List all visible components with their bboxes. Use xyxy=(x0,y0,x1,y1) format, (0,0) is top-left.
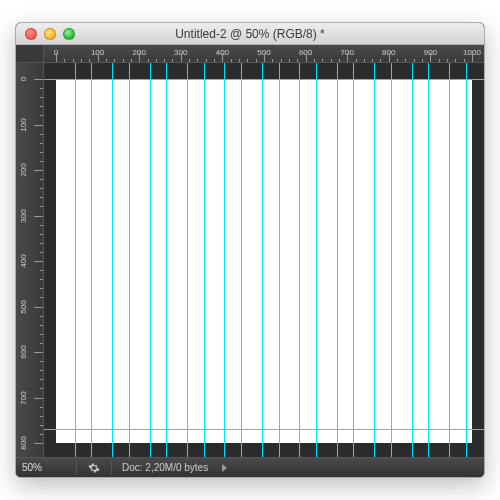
ruler-origin[interactable] xyxy=(16,45,44,63)
vertical-guide[interactable] xyxy=(299,63,300,457)
vertical-guide[interactable] xyxy=(316,63,317,457)
ruler-v-label: 400 xyxy=(19,254,28,267)
status-bar: 50% Doc: 2,20M/0 bytes xyxy=(16,457,484,477)
vertical-guide[interactable] xyxy=(75,63,76,457)
info-menu-arrow-icon[interactable] xyxy=(222,464,227,472)
ruler-v-label: 200 xyxy=(19,163,28,176)
gear-icon[interactable] xyxy=(87,461,101,475)
vertical-guide[interactable] xyxy=(391,63,392,457)
vertical-guide[interactable] xyxy=(204,63,205,457)
zoom-button[interactable] xyxy=(63,28,75,40)
vertical-guide[interactable] xyxy=(224,63,225,457)
ruler-v-label: 600 xyxy=(19,345,28,358)
separator xyxy=(76,461,77,475)
window-title: Untitled-2 @ 50% (RGB/8) * xyxy=(16,27,484,41)
canvas-viewport[interactable] xyxy=(44,63,484,457)
close-button[interactable] xyxy=(25,28,37,40)
ruler-v-label: 0 xyxy=(19,77,28,81)
workspace: 01002003004005006007008009001000 0100200… xyxy=(16,45,484,457)
vertical-guide[interactable] xyxy=(374,63,375,457)
horizontal-guide[interactable] xyxy=(44,429,484,430)
doc-info[interactable]: Doc: 2,20M/0 bytes xyxy=(122,462,208,473)
ruler-v-label: 800 xyxy=(19,436,28,449)
vertical-guide[interactable] xyxy=(187,63,188,457)
vertical-guide[interactable] xyxy=(428,63,429,457)
ruler-v-label: 700 xyxy=(19,391,28,404)
document-window: Untitled-2 @ 50% (RGB/8) * 0100200300400… xyxy=(15,22,485,478)
vertical-guide[interactable] xyxy=(129,63,130,457)
vertical-guide[interactable] xyxy=(279,63,280,457)
ruler-v-label: 500 xyxy=(19,300,28,313)
vertical-guide[interactable] xyxy=(466,63,467,457)
ruler-v-label: 300 xyxy=(19,209,28,222)
titlebar[interactable]: Untitled-2 @ 50% (RGB/8) * xyxy=(16,23,484,45)
canvas[interactable] xyxy=(56,79,472,443)
horizontal-guide[interactable] xyxy=(44,79,484,80)
vertical-guide[interactable] xyxy=(449,63,450,457)
minimize-button[interactable] xyxy=(44,28,56,40)
vertical-guide[interactable] xyxy=(112,63,113,457)
vertical-guide[interactable] xyxy=(262,63,263,457)
separator xyxy=(111,461,112,475)
vertical-guide[interactable] xyxy=(166,63,167,457)
vertical-guide[interactable] xyxy=(241,63,242,457)
ruler-v-label: 100 xyxy=(19,118,28,131)
zoom-level[interactable]: 50% xyxy=(22,462,66,473)
vertical-guide[interactable] xyxy=(353,63,354,457)
vertical-guide[interactable] xyxy=(91,63,92,457)
traffic-lights xyxy=(16,28,75,40)
horizontal-ruler[interactable]: 01002003004005006007008009001000 xyxy=(44,45,484,63)
vertical-ruler[interactable]: 0100200300400500600700800 xyxy=(16,63,44,457)
vertical-guide[interactable] xyxy=(150,63,151,457)
vertical-guide[interactable] xyxy=(412,63,413,457)
vertical-guide[interactable] xyxy=(337,63,338,457)
